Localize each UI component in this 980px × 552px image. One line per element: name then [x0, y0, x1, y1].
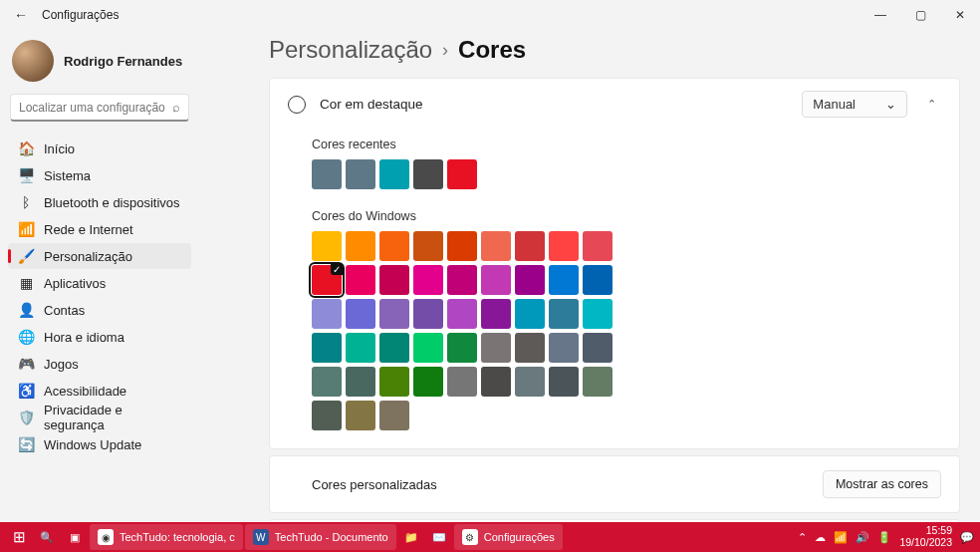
color-swatch[interactable] — [549, 299, 579, 329]
color-swatch[interactable] — [379, 159, 409, 189]
clock[interactable]: 15:59 19/10/2023 — [899, 525, 952, 548]
color-swatch[interactable] — [346, 265, 375, 295]
sidebar-item-rede-e-internet[interactable]: 📶Rede e Internet — [8, 216, 191, 242]
color-swatch[interactable] — [549, 367, 579, 397]
sidebar-item-jogos[interactable]: 🎮Jogos — [8, 351, 191, 377]
color-swatch[interactable] — [346, 333, 375, 363]
color-swatch[interactable] — [312, 367, 342, 397]
sidebar-item-sistema[interactable]: 🖥️Sistema — [8, 162, 191, 188]
color-swatch[interactable] — [413, 299, 443, 329]
color-swatch[interactable] — [312, 401, 342, 430]
color-swatch[interactable] — [312, 159, 342, 189]
show-colors-button[interactable]: Mostrar as cores — [823, 470, 941, 498]
minimize-button[interactable]: — — [860, 0, 900, 30]
sidebar-item-personaliza-o[interactable]: 🖌️Personalização — [8, 243, 191, 269]
settings-task[interactable]: ⚙Configurações — [454, 524, 563, 550]
color-swatch[interactable] — [481, 299, 511, 329]
sidebar-item-windows-update[interactable]: 🔄Windows Update — [8, 431, 191, 457]
color-swatch[interactable] — [346, 231, 375, 261]
breadcrumb: Personalização › Cores — [269, 30, 960, 78]
color-swatch[interactable] — [312, 231, 342, 261]
color-swatch[interactable] — [481, 333, 511, 363]
color-swatch[interactable] — [481, 231, 511, 261]
color-swatch[interactable] — [447, 333, 477, 363]
sidebar-item-acessibilidade[interactable]: ♿Acessibilidade — [8, 378, 191, 404]
back-icon[interactable]: ← — [14, 7, 28, 23]
collapse-section-button[interactable]: ⌃ — [921, 95, 941, 115]
nav-icon: ᛒ — [18, 194, 34, 210]
accent-mode-dropdown[interactable]: Manual ⌄ — [802, 91, 907, 118]
color-swatch[interactable] — [583, 299, 612, 329]
sidebar-item-bluetooth-e-dispositivos[interactable]: ᛒBluetooth e dispositivos — [8, 189, 191, 215]
nav-icon: 🖥️ — [18, 167, 34, 183]
color-swatch[interactable] — [413, 159, 443, 189]
search-box[interactable]: ⌕ — [10, 94, 189, 122]
color-swatch[interactable] — [549, 265, 579, 295]
search-taskbar-icon[interactable]: 🔍 — [34, 524, 60, 550]
color-swatch[interactable] — [379, 231, 409, 261]
color-swatch[interactable] — [312, 265, 342, 295]
start-button[interactable]: ⊞ — [6, 524, 32, 550]
color-swatch[interactable] — [379, 265, 409, 295]
task-view-icon[interactable]: ▣ — [62, 524, 88, 550]
color-swatch[interactable] — [515, 265, 545, 295]
color-swatch[interactable] — [515, 299, 545, 329]
color-swatch[interactable] — [481, 265, 511, 295]
color-swatch[interactable] — [312, 299, 342, 329]
color-swatch[interactable] — [346, 299, 375, 329]
color-swatch[interactable] — [447, 159, 477, 189]
chrome-task-label: TechTudo: tecnologia, c — [120, 531, 235, 543]
color-swatch[interactable] — [413, 367, 443, 397]
profile-block[interactable]: Rodrigo Fernandes — [8, 30, 191, 94]
color-swatch[interactable] — [583, 333, 612, 363]
word-task[interactable]: WTechTudo - Documento — [245, 524, 396, 550]
clock-date: 19/10/2023 — [899, 537, 952, 549]
nav-label: Acessibilidade — [44, 384, 126, 399]
color-swatch[interactable] — [413, 333, 443, 363]
sidebar-item-in-cio[interactable]: 🏠Início — [8, 136, 191, 161]
sidebar-item-hora-e-idioma[interactable]: 🌐Hora e idioma — [8, 324, 191, 350]
system-tray[interactable]: ⌃ ☁ 📶 🔊 🔋 15:59 19/10/2023 💬 — [798, 525, 974, 548]
color-swatch[interactable] — [413, 231, 443, 261]
wifi-icon[interactable]: 📶 — [834, 531, 848, 544]
breadcrumb-current: Cores — [458, 36, 526, 64]
search-input[interactable] — [19, 101, 172, 115]
color-swatch[interactable] — [379, 401, 409, 430]
sidebar-item-aplicativos[interactable]: ▦Aplicativos — [8, 270, 191, 296]
color-swatch[interactable] — [413, 265, 443, 295]
color-swatch[interactable] — [515, 231, 545, 261]
color-swatch[interactable] — [549, 333, 579, 363]
sidebar-item-contas[interactable]: 👤Contas — [8, 297, 191, 323]
volume-icon[interactable]: 🔊 — [856, 531, 869, 544]
notifications-icon[interactable]: 💬 — [960, 531, 974, 544]
color-swatch[interactable] — [346, 367, 375, 397]
close-button[interactable]: ✕ — [940, 0, 980, 30]
onedrive-icon[interactable]: ☁ — [815, 531, 826, 544]
color-swatch[interactable] — [346, 159, 375, 189]
color-swatch[interactable] — [583, 367, 612, 397]
color-swatch[interactable] — [583, 265, 612, 295]
color-swatch[interactable] — [583, 231, 612, 261]
color-swatch[interactable] — [481, 367, 511, 397]
color-swatch[interactable] — [447, 367, 477, 397]
color-swatch[interactable] — [312, 333, 342, 363]
color-swatch[interactable] — [447, 265, 477, 295]
battery-icon[interactable]: 🔋 — [877, 531, 891, 544]
sidebar-item-privacidade-e-seguran-a[interactable]: 🛡️Privacidade e segurança — [8, 405, 191, 430]
color-swatch[interactable] — [447, 299, 477, 329]
chrome-task[interactable]: ◉TechTudo: tecnologia, c — [90, 524, 243, 550]
breadcrumb-parent[interactable]: Personalização — [269, 36, 432, 64]
color-swatch[interactable] — [447, 231, 477, 261]
color-swatch[interactable] — [515, 367, 545, 397]
color-swatch[interactable] — [379, 333, 409, 363]
taskbar: ⊞ 🔍 ▣ ◉TechTudo: tecnologia, c WTechTudo… — [0, 522, 980, 552]
maximize-button[interactable]: ▢ — [900, 0, 940, 30]
explorer-icon[interactable]: 📁 — [398, 524, 424, 550]
color-swatch[interactable] — [379, 367, 409, 397]
tray-chevron-icon[interactable]: ⌃ — [798, 531, 807, 544]
color-swatch[interactable] — [346, 401, 375, 430]
color-swatch[interactable] — [515, 333, 545, 363]
color-swatch[interactable] — [549, 231, 579, 261]
color-swatch[interactable] — [379, 299, 409, 329]
mail-icon[interactable]: ✉️ — [426, 524, 452, 550]
